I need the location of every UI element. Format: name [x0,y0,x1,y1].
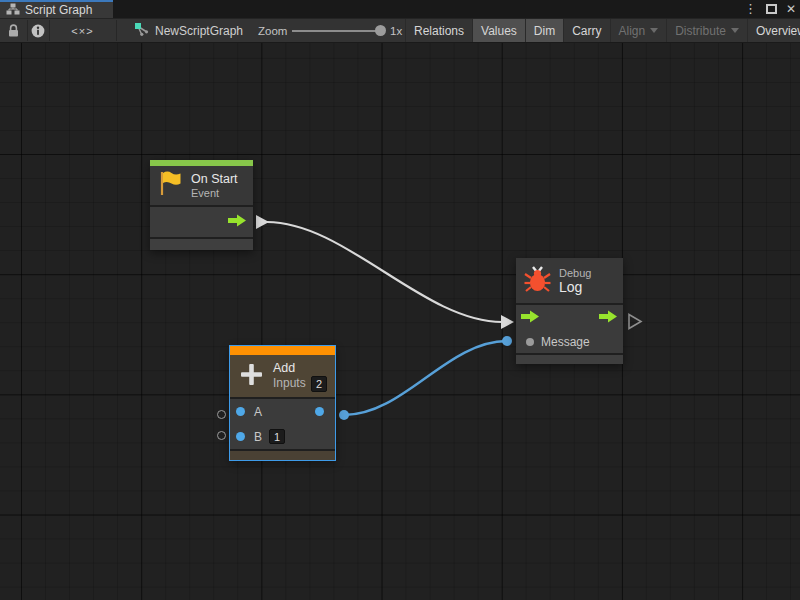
node-subtitle: Event [191,187,238,200]
values-button[interactable]: Values [472,19,525,42]
node-footer [516,355,623,364]
port-b-label: B [254,430,262,444]
relations-button[interactable]: Relations [405,19,472,42]
info-button[interactable] [27,19,49,42]
button-label: Carry [572,24,601,38]
lock-button[interactable] [0,19,27,42]
sum-output-port[interactable] [315,407,324,416]
code-icon: <×> [71,25,93,37]
button-label: Align [619,24,646,38]
port-a-label: A [254,405,262,419]
message-port-label: Message [541,335,590,349]
node-category: Debug [559,267,591,280]
tab-script-graph[interactable]: Script Graph [0,0,113,18]
add-accent-bar [230,346,335,355]
button-label: Relations [414,24,464,38]
script-graph-asset-icon [134,21,150,40]
tab-title: Script Graph [25,3,92,17]
close-icon[interactable]: ✕ [786,0,796,18]
message-input-port[interactable] [526,338,534,346]
flow-output-port[interactable] [599,309,618,327]
node-title: Add [273,361,327,376]
zoom-label: Zoom [258,19,287,42]
align-button[interactable]: Align [610,19,667,42]
button-label: Overview [756,24,800,38]
graph-canvas[interactable] [0,43,800,600]
inputs-count-field[interactable]: 2 [311,376,327,392]
overview-button[interactable]: Overview [747,19,800,42]
chevron-down-icon [731,28,739,33]
button-label: Dim [534,24,555,38]
zoom-value: 1x [390,19,402,42]
bug-icon [524,264,551,297]
button-label: Distribute [675,24,726,38]
node-add[interactable]: Add Inputs 2 A B 1 [230,346,335,460]
titlebar: Script Graph ⋮ ✕ [0,0,800,18]
node-title: Log [559,280,591,295]
node-title: On Start [191,172,238,187]
zoom-slider-track[interactable] [292,30,378,32]
node-footer [150,239,253,250]
carry-button[interactable]: Carry [563,19,609,42]
port-b-outer-connector[interactable] [217,431,226,440]
graph-name: NewScriptGraph [155,24,243,38]
node-debug-log[interactable]: Debug Log Message [516,258,623,364]
inputs-label: Inputs [273,377,306,390]
distribute-button[interactable]: Distribute [666,19,747,42]
lock-icon [7,23,20,38]
port-a-outer-connector[interactable] [217,410,226,419]
code-view-button[interactable]: <×> [49,19,116,42]
maximize-icon[interactable] [766,4,777,14]
graph-hierarchy-icon [6,3,20,18]
toolbar: <×> NewScriptGraph Zoom 1x Relations [0,18,800,43]
dim-button[interactable]: Dim [525,19,563,42]
node-footer [230,451,335,460]
flow-input-port[interactable] [521,309,540,327]
graph-breadcrumb[interactable]: NewScriptGraph [134,19,243,42]
flow-output-port[interactable] [228,213,247,231]
node-on-start[interactable]: On Start Event [150,160,253,250]
chevron-down-icon [650,28,658,33]
info-icon [31,24,45,38]
flag-icon [158,170,183,201]
port-b-input[interactable] [236,432,245,441]
button-label: Values [481,24,517,38]
port-a-input[interactable] [236,407,245,416]
window-menu-icon[interactable]: ⋮ [744,0,757,18]
script-graph-window: On Start Event [0,0,800,600]
zoom-slider-handle[interactable] [375,25,386,36]
port-b-value-field[interactable]: 1 [269,429,285,444]
plus-icon [238,361,265,392]
